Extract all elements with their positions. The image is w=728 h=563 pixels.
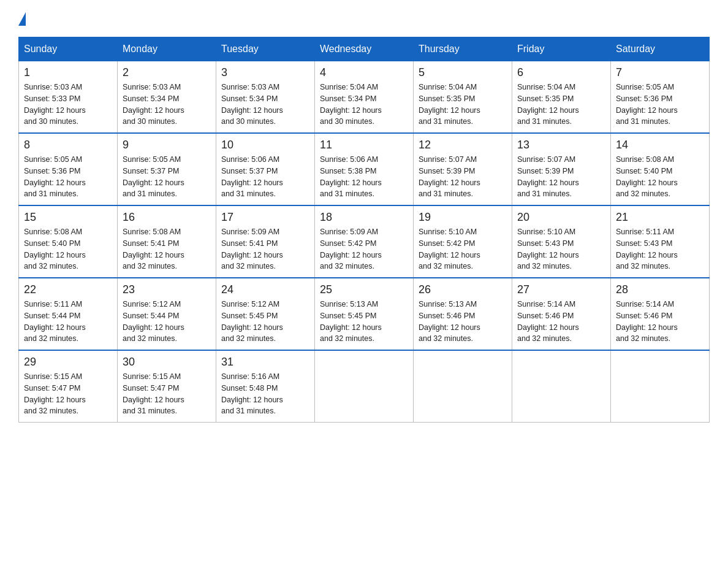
- calendar-cell: 7Sunrise: 5:05 AMSunset: 5:36 PMDaylight…: [611, 61, 710, 134]
- day-info: Sunrise: 5:09 AMSunset: 5:41 PMDaylight:…: [221, 226, 309, 272]
- day-info: Sunrise: 5:05 AMSunset: 5:36 PMDaylight:…: [24, 154, 112, 200]
- calendar-table: SundayMondayTuesdayWednesdayThursdayFrid…: [18, 37, 710, 423]
- day-info: Sunrise: 5:15 AMSunset: 5:47 PMDaylight:…: [123, 371, 211, 417]
- calendar-cell: [611, 350, 710, 423]
- day-number: 23: [123, 283, 211, 296]
- day-info: Sunrise: 5:15 AMSunset: 5:47 PMDaylight:…: [24, 371, 112, 417]
- day-info: Sunrise: 5:08 AMSunset: 5:40 PMDaylight:…: [616, 154, 704, 200]
- logo: [18, 12, 26, 25]
- logo-triangle-icon: [18, 12, 26, 26]
- day-info: Sunrise: 5:03 AMSunset: 5:34 PMDaylight:…: [221, 82, 309, 128]
- day-number: 8: [24, 139, 112, 151]
- day-number: 10: [221, 139, 309, 151]
- calendar-cell: 8Sunrise: 5:05 AMSunset: 5:36 PMDaylight…: [19, 133, 118, 205]
- day-number: 5: [419, 66, 507, 79]
- calendar-cell: [315, 350, 414, 423]
- day-number: 22: [24, 283, 112, 296]
- calendar-cell: 27Sunrise: 5:14 AMSunset: 5:46 PMDayligh…: [512, 278, 611, 350]
- day-info: Sunrise: 5:12 AMSunset: 5:45 PMDaylight:…: [221, 299, 309, 345]
- calendar-cell: 16Sunrise: 5:08 AMSunset: 5:41 PMDayligh…: [118, 205, 216, 278]
- logo-text: [18, 12, 26, 27]
- calendar-cell: 14Sunrise: 5:08 AMSunset: 5:40 PMDayligh…: [611, 133, 710, 205]
- day-number: 29: [24, 356, 112, 369]
- day-number: 27: [517, 283, 605, 296]
- day-info: Sunrise: 5:13 AMSunset: 5:46 PMDaylight:…: [419, 299, 507, 345]
- column-header-friday: Friday: [512, 37, 611, 61]
- day-info: Sunrise: 5:14 AMSunset: 5:46 PMDaylight:…: [616, 299, 704, 345]
- day-info: Sunrise: 5:05 AMSunset: 5:36 PMDaylight:…: [616, 82, 704, 128]
- day-info: Sunrise: 5:06 AMSunset: 5:38 PMDaylight:…: [320, 154, 408, 200]
- day-number: 3: [221, 66, 309, 79]
- day-info: Sunrise: 5:14 AMSunset: 5:46 PMDaylight:…: [517, 299, 605, 345]
- day-info: Sunrise: 5:11 AMSunset: 5:43 PMDaylight:…: [616, 226, 704, 272]
- day-info: Sunrise: 5:07 AMSunset: 5:39 PMDaylight:…: [517, 154, 605, 200]
- day-number: 21: [616, 211, 704, 224]
- calendar-cell: 2Sunrise: 5:03 AMSunset: 5:34 PMDaylight…: [118, 61, 216, 134]
- day-number: 16: [123, 211, 211, 224]
- day-number: 11: [320, 139, 408, 151]
- day-info: Sunrise: 5:08 AMSunset: 5:40 PMDaylight:…: [24, 226, 112, 272]
- calendar-week-5: 29Sunrise: 5:15 AMSunset: 5:47 PMDayligh…: [19, 350, 710, 423]
- day-info: Sunrise: 5:03 AMSunset: 5:34 PMDaylight:…: [123, 82, 211, 128]
- day-info: Sunrise: 5:08 AMSunset: 5:41 PMDaylight:…: [123, 226, 211, 272]
- day-number: 2: [123, 66, 211, 79]
- calendar-body: 1Sunrise: 5:03 AMSunset: 5:33 PMDaylight…: [19, 61, 710, 423]
- day-number: 31: [221, 356, 309, 369]
- column-header-monday: Monday: [118, 37, 216, 61]
- calendar-cell: 28Sunrise: 5:14 AMSunset: 5:46 PMDayligh…: [611, 278, 710, 350]
- calendar-cell: 26Sunrise: 5:13 AMSunset: 5:46 PMDayligh…: [414, 278, 512, 350]
- calendar-cell: 6Sunrise: 5:04 AMSunset: 5:35 PMDaylight…: [512, 61, 611, 134]
- column-header-saturday: Saturday: [611, 37, 710, 61]
- calendar-cell: 30Sunrise: 5:15 AMSunset: 5:47 PMDayligh…: [118, 350, 216, 423]
- calendar-cell: 22Sunrise: 5:11 AMSunset: 5:44 PMDayligh…: [19, 278, 118, 350]
- calendar-cell: 17Sunrise: 5:09 AMSunset: 5:41 PMDayligh…: [216, 205, 315, 278]
- day-info: Sunrise: 5:07 AMSunset: 5:39 PMDaylight:…: [419, 154, 507, 200]
- day-number: 17: [221, 211, 309, 224]
- calendar-cell: 9Sunrise: 5:05 AMSunset: 5:37 PMDaylight…: [118, 133, 216, 205]
- calendar-cell: 3Sunrise: 5:03 AMSunset: 5:34 PMDaylight…: [216, 61, 315, 134]
- calendar-cell: 25Sunrise: 5:13 AMSunset: 5:45 PMDayligh…: [315, 278, 414, 350]
- day-info: Sunrise: 5:04 AMSunset: 5:34 PMDaylight:…: [320, 82, 408, 128]
- calendar-header: SundayMondayTuesdayWednesdayThursdayFrid…: [19, 37, 710, 61]
- calendar-cell: 19Sunrise: 5:10 AMSunset: 5:42 PMDayligh…: [414, 205, 512, 278]
- day-info: Sunrise: 5:10 AMSunset: 5:42 PMDaylight:…: [419, 226, 507, 272]
- calendar-cell: 20Sunrise: 5:10 AMSunset: 5:43 PMDayligh…: [512, 205, 611, 278]
- calendar-cell: 10Sunrise: 5:06 AMSunset: 5:37 PMDayligh…: [216, 133, 315, 205]
- day-number: 12: [419, 139, 507, 151]
- column-header-tuesday: Tuesday: [216, 37, 315, 61]
- calendar-cell: [414, 350, 512, 423]
- calendar-cell: 4Sunrise: 5:04 AMSunset: 5:34 PMDaylight…: [315, 61, 414, 134]
- day-number: 18: [320, 211, 408, 224]
- calendar-cell: 24Sunrise: 5:12 AMSunset: 5:45 PMDayligh…: [216, 278, 315, 350]
- header-row: SundayMondayTuesdayWednesdayThursdayFrid…: [19, 37, 710, 61]
- day-number: 4: [320, 66, 408, 79]
- day-number: 1: [24, 66, 112, 79]
- day-number: 14: [616, 139, 704, 151]
- calendar-cell: 12Sunrise: 5:07 AMSunset: 5:39 PMDayligh…: [414, 133, 512, 205]
- day-number: 25: [320, 283, 408, 296]
- calendar-cell: 29Sunrise: 5:15 AMSunset: 5:47 PMDayligh…: [19, 350, 118, 423]
- day-number: 9: [123, 139, 211, 151]
- column-header-wednesday: Wednesday: [315, 37, 414, 61]
- day-info: Sunrise: 5:04 AMSunset: 5:35 PMDaylight:…: [419, 82, 507, 128]
- day-number: 30: [123, 356, 211, 369]
- day-info: Sunrise: 5:16 AMSunset: 5:48 PMDaylight:…: [221, 371, 309, 417]
- page-header: [18, 12, 710, 25]
- day-number: 28: [616, 283, 704, 296]
- day-info: Sunrise: 5:03 AMSunset: 5:33 PMDaylight:…: [24, 82, 112, 128]
- calendar-week-2: 8Sunrise: 5:05 AMSunset: 5:36 PMDaylight…: [19, 133, 710, 205]
- day-info: Sunrise: 5:04 AMSunset: 5:35 PMDaylight:…: [517, 82, 605, 128]
- day-number: 6: [517, 66, 605, 79]
- calendar-cell: 1Sunrise: 5:03 AMSunset: 5:33 PMDaylight…: [19, 61, 118, 134]
- calendar-cell: 23Sunrise: 5:12 AMSunset: 5:44 PMDayligh…: [118, 278, 216, 350]
- day-info: Sunrise: 5:09 AMSunset: 5:42 PMDaylight:…: [320, 226, 408, 272]
- day-number: 20: [517, 211, 605, 224]
- calendar-cell: 15Sunrise: 5:08 AMSunset: 5:40 PMDayligh…: [19, 205, 118, 278]
- day-info: Sunrise: 5:10 AMSunset: 5:43 PMDaylight:…: [517, 226, 605, 272]
- day-number: 24: [221, 283, 309, 296]
- day-info: Sunrise: 5:13 AMSunset: 5:45 PMDaylight:…: [320, 299, 408, 345]
- day-number: 26: [419, 283, 507, 296]
- day-info: Sunrise: 5:11 AMSunset: 5:44 PMDaylight:…: [24, 299, 112, 345]
- calendar-cell: 11Sunrise: 5:06 AMSunset: 5:38 PMDayligh…: [315, 133, 414, 205]
- day-number: 15: [24, 211, 112, 224]
